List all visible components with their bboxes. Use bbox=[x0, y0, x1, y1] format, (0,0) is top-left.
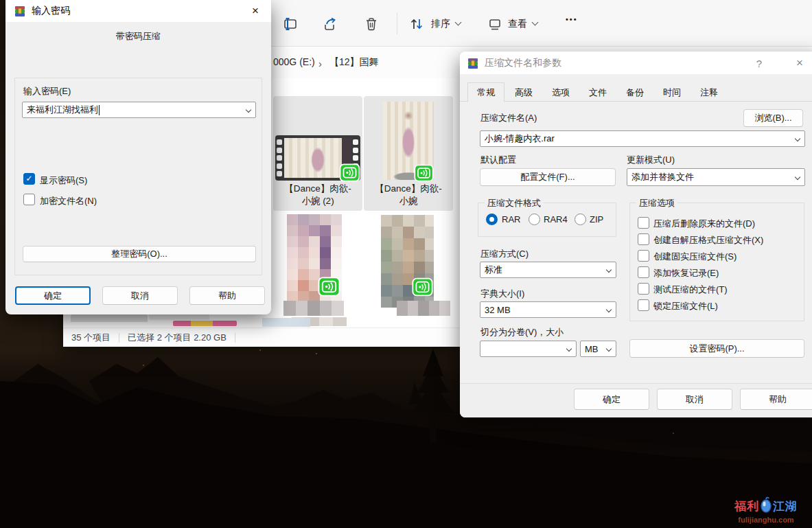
chevron-down-icon[interactable] bbox=[795, 174, 800, 180]
share-icon[interactable] bbox=[323, 16, 338, 32]
file-name: 小婉 (2) bbox=[273, 195, 362, 207]
update-mode-combo[interactable]: 添加并替换文件 bbox=[627, 168, 805, 186]
star bbox=[673, 433, 674, 434]
breadcrumb-folder[interactable]: 【12】国舞 bbox=[329, 56, 379, 69]
watermark-title: 福利江湖 bbox=[728, 496, 804, 515]
checkbox-show-password[interactable]: ✓ bbox=[23, 173, 35, 185]
status-separator bbox=[119, 333, 119, 343]
help-icon[interactable]: ? bbox=[749, 54, 769, 72]
close-icon[interactable]: × bbox=[244, 2, 267, 20]
items-count: 35 个项目 bbox=[71, 332, 111, 344]
more-options-button[interactable]: ••• bbox=[566, 15, 578, 23]
selection-summary: 已选择 2 个项目 2.20 GB bbox=[128, 332, 227, 344]
radio-rar-label[interactable]: RAR bbox=[502, 214, 520, 225]
ok-button[interactable]: 确定 bbox=[574, 389, 649, 410]
star bbox=[143, 365, 144, 366]
status-separator bbox=[235, 333, 235, 343]
watermark-word-red: 福利 bbox=[734, 500, 759, 513]
cast-badge-icon bbox=[412, 277, 433, 297]
rename-icon[interactable] bbox=[283, 16, 298, 32]
checkbox-test[interactable] bbox=[638, 283, 649, 295]
volume-size-combo[interactable] bbox=[480, 341, 577, 357]
checkbox-solid-label[interactable]: 创建固实压缩文件(S) bbox=[653, 251, 736, 263]
censored-filename bbox=[397, 301, 450, 316]
filmstrip-holes bbox=[277, 139, 283, 176]
archive-dialog-title: 压缩文件名和参数 bbox=[485, 57, 561, 69]
tab-options[interactable]: 选项 bbox=[542, 84, 579, 102]
cast-badge-icon bbox=[339, 163, 360, 182]
breadcrumb-chevron-icon: › bbox=[318, 58, 322, 69]
dict-combo[interactable]: 32 MB bbox=[480, 301, 616, 318]
tab-comment[interactable]: 注释 bbox=[691, 84, 728, 102]
file-item-video[interactable]: 【Dance】肉欲- 小婉 (2) bbox=[273, 96, 362, 211]
checkbox-show-password-label[interactable]: 显示密码(S) bbox=[40, 174, 87, 187]
password-dialog-title: 输入密码 bbox=[32, 5, 70, 17]
tab-time[interactable]: 时间 bbox=[653, 84, 691, 102]
password-dialog-subtitle: 带密码压缩 bbox=[5, 30, 271, 43]
checkbox-encrypt-names[interactable] bbox=[23, 194, 35, 205]
checkbox-delete-files[interactable] bbox=[638, 217, 649, 229]
close-icon[interactable]: × bbox=[788, 54, 811, 72]
tab-files[interactable]: 文件 bbox=[579, 84, 616, 102]
method-combo[interactable]: 标准 bbox=[480, 262, 616, 278]
partial-thumbnail bbox=[173, 321, 237, 326]
checkbox-recovery-label[interactable]: 添加恢复记录(E) bbox=[653, 267, 719, 279]
tab-divider bbox=[460, 101, 812, 102]
cancel-button[interactable]: 取消 bbox=[657, 389, 732, 410]
file-item-image[interactable]: 【Dance】肉欲- 小婉 bbox=[364, 96, 453, 211]
help-button[interactable]: 帮助 bbox=[189, 286, 265, 305]
sort-icon[interactable] bbox=[409, 16, 424, 32]
checkbox-lock-label[interactable]: 锁定压缩文件(L) bbox=[653, 300, 718, 312]
ok-button[interactable]: 确定 bbox=[15, 286, 91, 305]
text-cursor bbox=[99, 105, 100, 115]
checkbox-sfx[interactable] bbox=[638, 233, 649, 245]
checkbox-lock[interactable] bbox=[638, 299, 649, 311]
method-label: 压缩方式(C) bbox=[480, 248, 529, 260]
chevron-down-icon[interactable] bbox=[606, 346, 612, 352]
radio-rar4-label[interactable]: RAR4 bbox=[544, 214, 568, 225]
tab-advanced[interactable]: 高级 bbox=[505, 84, 542, 102]
chevron-down-icon[interactable] bbox=[606, 307, 612, 312]
profiles-label: 默认配置 bbox=[480, 154, 516, 166]
tab-backup[interactable]: 备份 bbox=[616, 84, 653, 102]
help-button[interactable]: 帮助 bbox=[740, 389, 812, 410]
view-button[interactable]: 查看 bbox=[508, 18, 527, 30]
checkbox-recovery[interactable] bbox=[638, 266, 649, 278]
radio-rar4[interactable] bbox=[529, 214, 540, 225]
radio-rar[interactable] bbox=[486, 214, 498, 225]
browse-button[interactable]: 浏览(B)... bbox=[743, 109, 803, 127]
checkbox-solid[interactable] bbox=[638, 250, 649, 262]
chevron-down-icon[interactable] bbox=[606, 267, 612, 273]
checkbox-delete-files-label[interactable]: 压缩后删除原来的文件(D) bbox=[653, 218, 755, 230]
chevron-down-icon[interactable] bbox=[795, 136, 800, 141]
profiles-button[interactable]: 配置文件(F)... bbox=[480, 168, 616, 186]
file-name: 【Dance】肉欲- bbox=[273, 183, 362, 195]
sort-button[interactable]: 排序 bbox=[431, 18, 450, 30]
volume-unit-combo[interactable]: MB bbox=[580, 341, 616, 357]
cancel-button[interactable]: 取消 bbox=[102, 286, 178, 305]
delete-icon[interactable] bbox=[364, 16, 379, 32]
radio-zip-label[interactable]: ZIP bbox=[590, 214, 603, 225]
checkbox-sfx-label[interactable]: 创建自解压格式压缩文件(X) bbox=[653, 234, 763, 246]
chevron-down-icon[interactable] bbox=[566, 346, 572, 352]
password-value: 来福利江湖找福利 bbox=[27, 104, 98, 116]
organize-passwords-button[interactable]: 整理密码(O)... bbox=[23, 246, 256, 262]
password-dialog-titlebar[interactable]: 输入密码 bbox=[5, 0, 271, 22]
archive-dialog: 压缩文件名和参数 ? × 常规 高级 选项 文件 备份 时间 注释 压缩文件名(… bbox=[460, 51, 812, 417]
volume-unit-value: MB bbox=[585, 344, 599, 354]
archive-name-value: 小婉-情趣内衣.rar bbox=[485, 133, 555, 145]
checkbox-encrypt-names-label[interactable]: 加密文件名(N) bbox=[40, 195, 97, 207]
view-chevron-icon[interactable] bbox=[532, 19, 539, 26]
format-group-label: 压缩文件格式 bbox=[485, 198, 544, 208]
view-icon[interactable] bbox=[487, 16, 502, 32]
chevron-down-icon[interactable] bbox=[246, 107, 251, 113]
set-password-button[interactable]: 设置密码(P)... bbox=[629, 339, 804, 358]
password-input[interactable]: 来福利江湖找福利 bbox=[22, 102, 256, 118]
tab-general[interactable]: 常规 bbox=[467, 82, 504, 102]
radio-zip[interactable] bbox=[575, 214, 586, 225]
sort-chevron-icon[interactable] bbox=[455, 19, 462, 26]
archive-name-combo[interactable]: 小婉-情趣内衣.rar bbox=[480, 130, 805, 147]
archive-name-label: 压缩文件名(A) bbox=[480, 112, 537, 124]
checkbox-test-label[interactable]: 测试压缩的文件(T) bbox=[653, 284, 728, 296]
breadcrumb-drive[interactable]: 000G (E:) bbox=[273, 56, 315, 67]
